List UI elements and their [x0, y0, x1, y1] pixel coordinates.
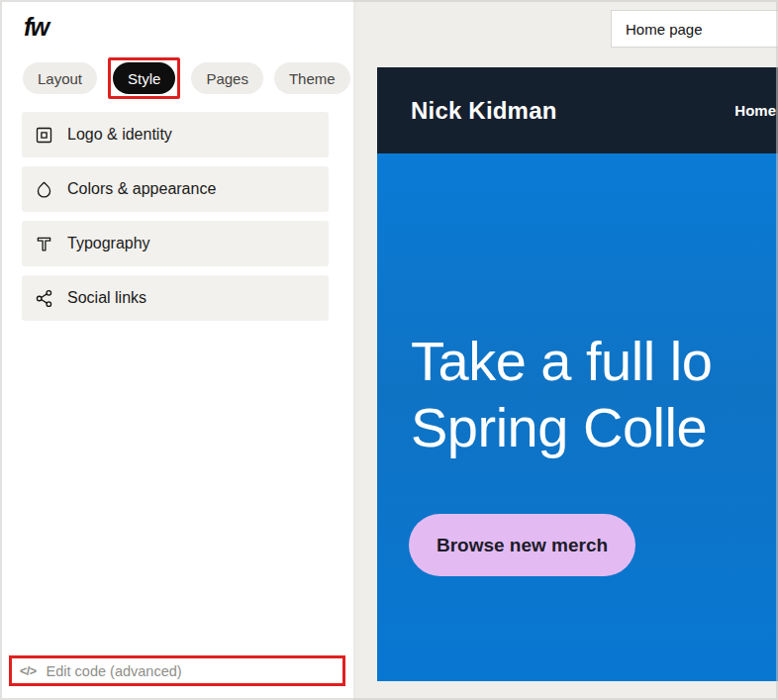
page-selector-dropdown[interactable]: Home page	[611, 10, 778, 48]
menu-item-label: Typography	[67, 235, 150, 252]
menu-item-label: Logo & identity	[67, 126, 172, 144]
preview-canvas: Home page Nick Kidman Home Take a full l…	[353, 0, 778, 700]
annotation-box-edit-code: </> Edit code (advanced)	[9, 655, 345, 686]
site-header: Nick Kidman Home	[377, 67, 778, 153]
logo-identity-icon	[33, 124, 54, 146]
site-nav: Home	[734, 102, 776, 120]
annotation-box-style-tab: Style	[108, 57, 180, 99]
site-hero: Take a full lo Spring Colle Browse new m…	[377, 153, 778, 681]
menu-item-label: Colors & appearance	[67, 180, 216, 198]
tab-style[interactable]: Style	[113, 62, 175, 94]
edit-code-button[interactable]: </> Edit code (advanced)	[12, 663, 182, 679]
menu-item-typography[interactable]: Typography	[22, 221, 329, 266]
page-selector-value: Home page	[626, 21, 703, 38]
edit-code-label: Edit code (advanced)	[47, 663, 182, 679]
cta-button[interactable]: Browse new merch	[409, 514, 635, 576]
tab-theme[interactable]: Theme	[274, 62, 350, 94]
tab-layout[interactable]: Layout	[23, 62, 97, 94]
share-icon	[33, 287, 54, 309]
hero-heading-line1: Take a full lo	[411, 328, 778, 394]
site-brand: Nick Kidman	[411, 97, 557, 125]
sidebar: fw Layout Style Pages Theme Logo & ident…	[0, 0, 353, 700]
droplet-icon	[33, 178, 54, 200]
menu-item-label: Social links	[67, 289, 146, 307]
tab-pages[interactable]: Pages	[191, 62, 263, 94]
hero-heading: Take a full lo Spring Colle	[411, 328, 778, 460]
site-nav-home[interactable]: Home	[734, 102, 776, 119]
typography-icon	[33, 233, 54, 254]
menu-item-logo-identity[interactable]: Logo & identity	[22, 112, 329, 157]
mode-tabs: Layout Style Pages Theme	[23, 57, 350, 99]
hero-heading-line2: Spring Colle	[411, 394, 778, 460]
menu-item-social-links[interactable]: Social links	[22, 275, 329, 321]
code-icon: </>	[20, 664, 37, 678]
app-logo: fw	[24, 13, 49, 42]
app-window: fw Layout Style Pages Theme Logo & ident…	[0, 0, 778, 700]
site-preview: Nick Kidman Home Take a full lo Spring C…	[377, 67, 778, 681]
menu-item-colors-appearance[interactable]: Colors & appearance	[22, 166, 329, 212]
style-settings-menu: Logo & identity Colors & appearance Typo…	[22, 112, 329, 330]
